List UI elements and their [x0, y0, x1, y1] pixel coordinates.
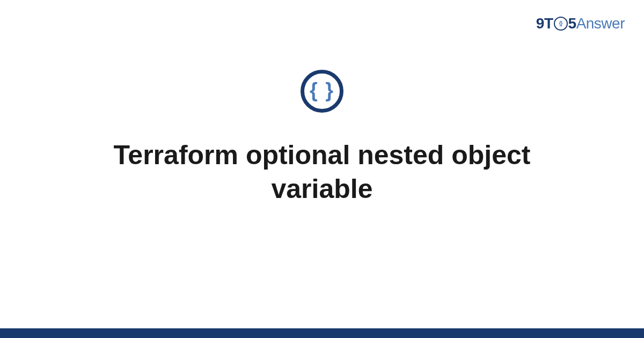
code-braces-icon: { }	[301, 70, 343, 113]
page-title: Terraform optional nested object variabl…	[54, 138, 590, 205]
brand-text-answer: Answer	[576, 15, 625, 32]
main-content: { } Terraform optional nested object var…	[0, 70, 644, 205]
brand-logo: 9T{}5Answer	[536, 15, 625, 32]
brand-o-icon: {}	[554, 17, 568, 31]
code-braces-glyph: { }	[310, 80, 334, 100]
brand-text-5: 5	[568, 15, 576, 32]
brand-text-9t: 9T	[536, 15, 553, 32]
brand-o-inner-glyph: {}	[559, 20, 562, 26]
footer-accent-bar	[0, 328, 644, 338]
